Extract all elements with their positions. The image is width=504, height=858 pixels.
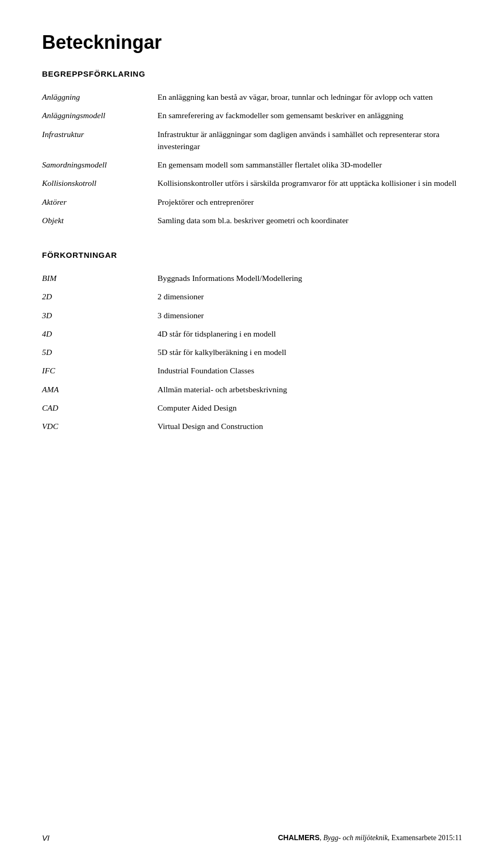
definition-term: Objekt: [42, 211, 158, 229]
footer: VI CHALMERS, Bygg- och miljöteknik, Exam…: [0, 833, 504, 842]
abbreviation-text: Byggnads Informations Modell/Modellering: [158, 269, 462, 287]
abbreviation-row: 4D4D står för tidsplanering i en modell: [42, 325, 462, 343]
abbreviation-row: CADComputer Aided Design: [42, 399, 462, 417]
definition-text: Projektörer och entreprenörer: [158, 193, 462, 211]
definition-text: En samreferering av fackmodeller som gem…: [158, 106, 462, 124]
definition-row: InfrastrukturInfrastruktur är anläggning…: [42, 125, 462, 156]
definition-term: Infrastruktur: [42, 125, 158, 156]
abbreviation-row: 2D2 dimensioner: [42, 287, 462, 306]
definition-row: SamordningsmodellEn gemensam modell som …: [42, 155, 462, 174]
page: Beteckningar BEGREPPSFÖRKLARING Anläggni…: [0, 0, 504, 858]
page-title: Beteckningar: [42, 32, 462, 54]
abbreviations-table: BIMByggnads Informations Modell/Modeller…: [42, 269, 462, 435]
abbreviation-row: 3D3 dimensioner: [42, 306, 462, 325]
footer-citation: CHALMERS, Bygg- och miljöteknik, Examens…: [278, 833, 462, 842]
forkortningar-heading: FÖRKORTNINGAR: [42, 250, 462, 259]
abbreviation-term: IFC: [42, 361, 158, 380]
abbreviation-text: Computer Aided Design: [158, 399, 462, 417]
definition-text: Infrastruktur är anläggningar som daglig…: [158, 125, 462, 156]
definition-term: Anläggning: [42, 88, 158, 106]
definition-row: AktörerProjektörer och entreprenörer: [42, 193, 462, 211]
definition-row: KollisionskotrollKollisionskontroller ut…: [42, 174, 462, 192]
abbreviation-text: 3 dimensioner: [158, 306, 462, 325]
definition-text: En gemensam modell som sammanställer fle…: [158, 155, 462, 174]
abbreviation-row: IFCIndustrial Foundation Classes: [42, 361, 462, 380]
abbreviation-term: 4D: [42, 325, 158, 343]
footer-page-number: VI: [42, 833, 49, 842]
abbreviation-term: AMA: [42, 380, 158, 399]
abbreviation-text: Virtual Design and Construction: [158, 417, 462, 435]
begrepsforklaring-section: BEGREPPSFÖRKLARING AnläggningEn anläggni…: [42, 69, 462, 229]
definition-text: Kollisionskontroller utförs i särskilda …: [158, 174, 462, 192]
begrepsforklaring-heading: BEGREPPSFÖRKLARING: [42, 69, 462, 78]
forkortningar-section: FÖRKORTNINGAR BIMByggnads Informations M…: [42, 250, 462, 435]
abbreviation-text: 5D står för kalkylberäkning i en modell: [158, 343, 462, 361]
definition-row: AnläggningsmodellEn samreferering av fac…: [42, 106, 462, 124]
abbreviation-term: VDC: [42, 417, 158, 435]
abbreviation-row: 5D5D står för kalkylberäkning i en model…: [42, 343, 462, 361]
abbreviation-text: 4D står för tidsplanering i en modell: [158, 325, 462, 343]
definition-row: ObjektSamling data som bl.a. beskriver g…: [42, 211, 462, 229]
abbreviation-row: VDCVirtual Design and Construction: [42, 417, 462, 435]
abbreviation-term: 5D: [42, 343, 158, 361]
footer-italic: Bygg- och miljöteknik: [323, 834, 388, 842]
footer-separator: ,: [320, 834, 323, 842]
definition-term: Samordningsmodell: [42, 155, 158, 174]
definition-term: Anläggningsmodell: [42, 106, 158, 124]
abbreviation-text: Allmän material- och arbetsbeskrivning: [158, 380, 462, 399]
abbreviation-text: Industrial Foundation Classes: [158, 361, 462, 380]
abbreviation-text: 2 dimensioner: [158, 287, 462, 306]
abbreviation-row: AMAAllmän material- och arbetsbeskrivnin…: [42, 380, 462, 399]
definitions-table: AnläggningEn anläggning kan bestå av väg…: [42, 88, 462, 229]
definition-term: Kollisionskotroll: [42, 174, 158, 192]
abbreviation-term: CAD: [42, 399, 158, 417]
abbreviation-term: 3D: [42, 306, 158, 325]
abbreviation-term: 2D: [42, 287, 158, 306]
definition-text: En anläggning kan bestå av vägar, broar,…: [158, 88, 462, 106]
definition-row: AnläggningEn anläggning kan bestå av väg…: [42, 88, 462, 106]
definition-term: Aktörer: [42, 193, 158, 211]
footer-suffix: , Examensarbete 2015:11: [388, 834, 462, 842]
abbreviation-term: BIM: [42, 269, 158, 287]
abbreviation-row: BIMByggnads Informations Modell/Modeller…: [42, 269, 462, 287]
footer-brand: CHALMERS: [278, 833, 319, 842]
definition-text: Samling data som bl.a. beskriver geometr…: [158, 211, 462, 229]
